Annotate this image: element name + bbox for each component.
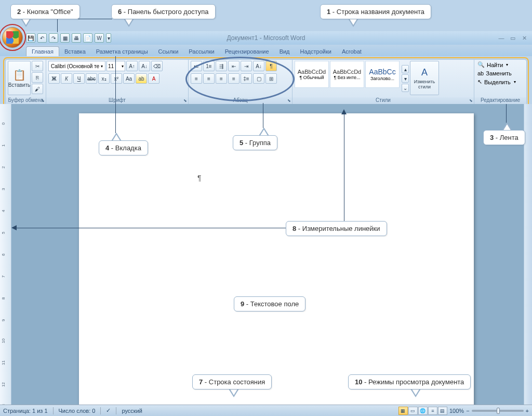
zoom-out-button[interactable]: −: [466, 408, 469, 414]
zoom-in-button[interactable]: +: [526, 408, 529, 414]
status-lang[interactable]: русский: [122, 408, 142, 414]
callout-3-tail: [502, 122, 512, 131]
copy-button[interactable]: ⎘: [32, 72, 43, 83]
borders-button[interactable]: ⊞: [265, 73, 277, 84]
close-button[interactable]: ✕: [521, 35, 528, 42]
maximize-button[interactable]: ▭: [509, 35, 516, 42]
tab-acrobat[interactable]: Acrobat: [337, 47, 367, 56]
view-draft[interactable]: ▤: [438, 407, 447, 415]
vertical-ruler[interactable]: 012345678910111213: [0, 104, 11, 405]
qat-word-icon[interactable]: W: [95, 33, 104, 43]
line-3: [506, 104, 507, 123]
align-center-button[interactable]: ≡: [203, 73, 215, 84]
font-name-combo[interactable]: Calibri (Основной те▾: [48, 61, 105, 71]
view-outline[interactable]: ≡: [428, 407, 437, 415]
arrow-8-up: [341, 109, 347, 114]
increase-indent-button[interactable]: ⇥: [241, 61, 252, 71]
highlight-button[interactable]: ab: [136, 73, 147, 84]
decrease-indent-button[interactable]: ⇤: [228, 61, 240, 71]
callout-4-tail: [111, 133, 122, 141]
vertical-scrollbar[interactable]: [524, 104, 532, 405]
callout-4: 4 - Вкладка: [99, 140, 148, 155]
multilevel-button[interactable]: ⇶: [216, 61, 227, 71]
styles-scroll-down[interactable]: ▾: [402, 74, 409, 83]
font-color-button[interactable]: A: [148, 73, 159, 84]
shading-button[interactable]: ▢: [253, 73, 264, 84]
tab-layout[interactable]: Разметка страницы: [91, 47, 153, 56]
zoom-slider[interactable]: [472, 410, 524, 412]
select-button[interactable]: ↖Выделить▾: [476, 78, 524, 86]
align-left-button[interactable]: ≡: [191, 73, 202, 84]
tab-review[interactable]: Рецензирование: [220, 47, 274, 56]
quick-access-toolbar: 💾 ↶ ↷ ▦ 🖶 📄 W ▾: [26, 33, 111, 43]
zoom-level[interactable]: 100%: [449, 408, 464, 414]
office-button[interactable]: [2, 27, 23, 48]
qat-redo-icon[interactable]: ↷: [49, 33, 58, 43]
styles-more[interactable]: ⌄: [402, 84, 409, 92]
status-bar: Страница: 1 из 1 Число слов: 0 ✓ русский…: [0, 405, 532, 416]
replace-button[interactable]: abЗаменить: [476, 70, 524, 77]
underline-button[interactable]: Ч: [73, 73, 85, 84]
bullets-button[interactable]: •≡: [191, 61, 202, 71]
change-styles-button[interactable]: A Изменить стили: [410, 61, 439, 95]
numbering-button[interactable]: 1≡: [203, 61, 215, 71]
find-icon: 🔍: [477, 61, 485, 68]
tab-view[interactable]: Вид: [274, 47, 295, 56]
style-nospacing[interactable]: AaBbCcDd¶ Без инте...: [330, 61, 364, 88]
tab-insert[interactable]: Вставка: [59, 47, 91, 56]
view-fullscreen[interactable]: ▭: [408, 407, 418, 415]
tab-mailings[interactable]: Рассылки: [183, 47, 219, 56]
justify-button[interactable]: ≡: [228, 73, 240, 84]
paste-button[interactable]: 📋 Вставить: [8, 61, 31, 95]
tab-addins[interactable]: Надстройки: [295, 47, 337, 56]
view-buttons: ▦ ▭ 🌐 ≡ ▤: [398, 407, 447, 415]
page[interactable]: ¶: [79, 113, 474, 405]
qat-table-icon[interactable]: ▦: [60, 33, 70, 43]
qat-undo-icon[interactable]: ↶: [37, 33, 47, 43]
align-right-button[interactable]: ≡: [216, 73, 227, 84]
subscript-button[interactable]: x₂: [98, 73, 110, 84]
find-button[interactable]: 🔍Найти▾: [476, 61, 524, 69]
styles-scroll-up[interactable]: ▴: [402, 65, 409, 73]
launcher-icon[interactable]: ⬊: [469, 98, 473, 103]
group-styles: AaBbCcDd¶ Обычный AaBbCcDd¶ Без инте... …: [292, 60, 474, 106]
status-page[interactable]: Страница: 1 из 1: [3, 408, 48, 414]
font-size-combo[interactable]: 11▾: [107, 61, 125, 71]
tab-references[interactable]: Ссылки: [153, 47, 184, 56]
italic-button[interactable]: К: [61, 73, 72, 84]
view-print-layout[interactable]: ▦: [398, 407, 408, 415]
sort-button[interactable]: A↓: [253, 61, 264, 71]
shrink-font-button[interactable]: A↓: [139, 61, 150, 71]
zoom-thumb[interactable]: [497, 408, 500, 414]
superscript-button[interactable]: x²: [111, 73, 122, 84]
view-web[interactable]: 🌐: [418, 407, 428, 415]
tab-home[interactable]: Главная: [26, 46, 59, 56]
launcher-icon[interactable]: ⬊: [287, 98, 291, 103]
strike-button[interactable]: abc: [86, 73, 97, 84]
style-heading[interactable]: AaBbCcЗаголово...: [365, 61, 400, 88]
ribbon-tabs: Главная Вставка Разметка страницы Ссылки…: [0, 45, 532, 56]
proofing-icon[interactable]: ✓: [106, 407, 111, 414]
qat-save-icon[interactable]: 💾: [26, 33, 35, 43]
line-spacing-button[interactable]: ‡≡: [241, 73, 252, 84]
arrow-8-h: [16, 228, 286, 228]
style-normal[interactable]: AaBbCcDd¶ Обычный: [295, 61, 329, 88]
separator: [100, 407, 101, 414]
callout-9: 9 - Текстовое поле: [234, 296, 305, 311]
qat-more-icon[interactable]: ▾: [106, 33, 111, 43]
qat-preview-icon[interactable]: 📄: [83, 33, 92, 43]
clear-format-button[interactable]: ⌫: [151, 61, 163, 71]
show-marks-button[interactable]: ¶: [265, 61, 277, 71]
launcher-icon[interactable]: ⬊: [41, 98, 45, 103]
minimize-button[interactable]: —: [498, 35, 505, 42]
change-case-button[interactable]: Aa: [123, 73, 135, 84]
format-painter-button[interactable]: 🖌: [32, 84, 43, 94]
cut-button[interactable]: ✂: [32, 61, 43, 71]
status-words[interactable]: Число слов: 0: [59, 408, 96, 414]
grow-font-button[interactable]: A↑: [126, 61, 138, 71]
bold-button[interactable]: Ж: [48, 73, 60, 84]
select-icon: ↖: [477, 79, 482, 85]
qat-print-icon[interactable]: 🖶: [72, 33, 81, 43]
arrow-8-left: [11, 225, 17, 230]
launcher-icon[interactable]: ⬊: [183, 98, 187, 103]
